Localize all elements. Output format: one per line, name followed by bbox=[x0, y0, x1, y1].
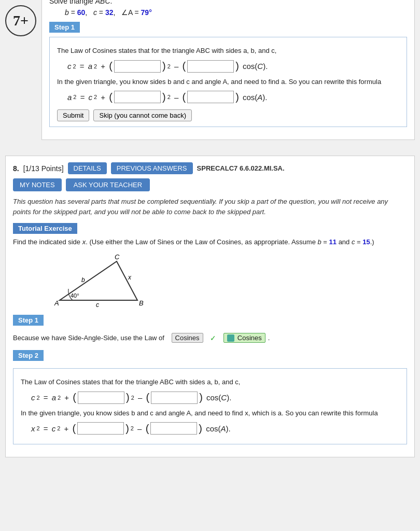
svg-text:c: c bbox=[96, 301, 99, 308]
step2-text1: The Law of Cosines states that for the t… bbox=[21, 377, 399, 387]
step1-header: Step 1 bbox=[49, 22, 80, 33]
svg-text:C: C bbox=[115, 253, 120, 261]
eq1-input2[interactable] bbox=[187, 60, 234, 73]
equation-4: x2 = c2 + ( )2 – ( ) cos(A). bbox=[31, 422, 399, 435]
notice-text: This question has several parts that mus… bbox=[13, 197, 407, 217]
step1-text: The Law of Cosines states that for the t… bbox=[57, 46, 399, 56]
eq2-input1[interactable] bbox=[114, 91, 161, 103]
equation-3: c2 = a2 + ( )2 – ( ) cos(C). bbox=[31, 392, 399, 404]
in-given-text-2: In the given triangle, you know sides b … bbox=[21, 408, 399, 418]
check-icon: ✓ bbox=[210, 334, 216, 342]
logo-symbol: 7+ bbox=[13, 12, 29, 29]
step1-box: The Law of Cosines states that for the t… bbox=[49, 37, 407, 127]
svg-text:B: B bbox=[139, 299, 144, 307]
solve-line: Solve triangle ABC. bbox=[49, 0, 407, 5]
step1-line-q8: Because we have Side-Angle-Side, use the… bbox=[13, 333, 407, 343]
svg-text:40°: 40° bbox=[71, 292, 79, 299]
eq1-input1[interactable] bbox=[114, 60, 161, 73]
ask-teacher-button[interactable]: ASK YOUR TEACHER bbox=[66, 178, 150, 191]
skip-button[interactable]: Skip (you cannot come back) bbox=[93, 109, 192, 121]
in-given-text: In the given triangle, you know sides b … bbox=[57, 77, 399, 87]
eq2-input2[interactable] bbox=[187, 91, 234, 103]
step1-header-q8: Step 1 bbox=[13, 315, 44, 326]
button-row-1: Submit Skip (you cannot come back) bbox=[57, 109, 399, 121]
question-code: SPRECALC7 6.6.022.MI.SA. bbox=[197, 164, 285, 172]
submit-button[interactable]: Submit bbox=[57, 109, 89, 121]
logo: 7+ bbox=[5, 5, 36, 36]
eq3-input2[interactable] bbox=[151, 392, 198, 404]
eq4-input2[interactable] bbox=[150, 422, 197, 435]
svg-text:A: A bbox=[54, 299, 59, 307]
question-header: 8. [1/13 Points] DETAILS PREVIOUS ANSWER… bbox=[13, 162, 407, 174]
previous-answers-button[interactable]: PREVIOUS ANSWERS bbox=[111, 162, 193, 174]
svg-text:x: x bbox=[128, 274, 132, 281]
notes-row: MY NOTES ASK YOUR TEACHER bbox=[13, 178, 407, 191]
step2-header-q8: Step 2 bbox=[13, 350, 44, 361]
step2-box: The Law of Cosines states that for the t… bbox=[13, 368, 407, 444]
find-text: Find the indicated side x. (Use either t… bbox=[13, 238, 407, 246]
eq4-input1[interactable] bbox=[77, 422, 124, 435]
question-number: 8. bbox=[13, 164, 19, 173]
triangle-diagram: A B C b x c 40° bbox=[44, 251, 407, 310]
equation-1: c2 = a2 + ( )2 – ( ) cos(C). bbox=[67, 60, 399, 73]
question-8-section: 8. [1/13 Points] DETAILS PREVIOUS ANSWER… bbox=[5, 156, 415, 457]
eq3-input1[interactable] bbox=[78, 392, 124, 404]
svg-text:b: b bbox=[81, 276, 85, 284]
tutorial-exercise-header-2: Tutorial Exercise bbox=[13, 223, 77, 234]
cosines-badge: Cosines bbox=[172, 333, 203, 343]
solve-values: b = 60, c = 32, ∠A = 79° bbox=[65, 8, 407, 17]
equation-2: a2 = c2 + ( )2 – ( ) cos(A). bbox=[67, 91, 399, 103]
details-button[interactable]: DETAILS bbox=[68, 162, 107, 174]
cosines-suggested: Cosines bbox=[223, 333, 265, 343]
my-notes-button[interactable]: MY NOTES bbox=[13, 178, 62, 191]
points-label: [1/13 Points] bbox=[23, 164, 64, 173]
